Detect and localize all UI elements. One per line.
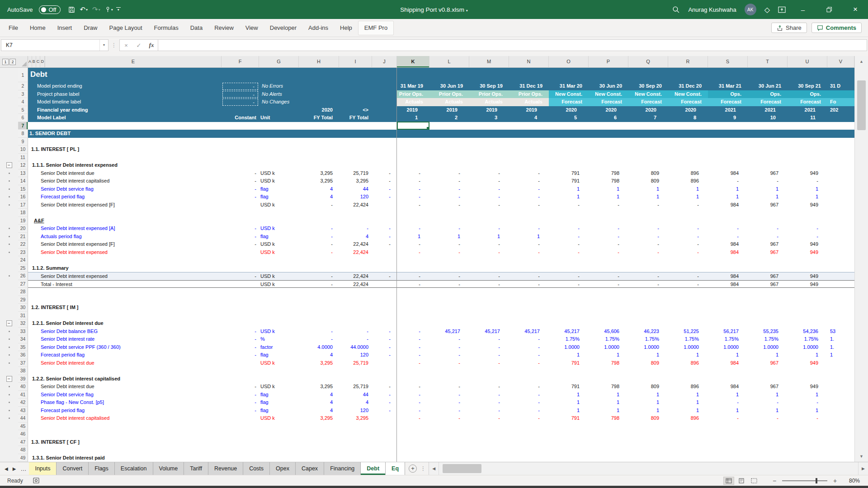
horizontal-scroll-thumb[interactable] [443,464,481,473]
period-value[interactable]: 791 [549,359,589,367]
comments-button[interactable]: Comments [811,23,862,33]
fy-total-value[interactable]: - [299,328,339,336]
period-value[interactable]: - [469,185,509,193]
period-value[interactable]: - [469,414,509,422]
period-value[interactable]: - [429,177,469,185]
period-date[interactable]: 30 Sep 21 [788,82,827,90]
period-value[interactable]: 1.0000 [668,343,708,352]
column-header-M[interactable]: M [469,56,509,68]
column-header-I[interactable]: I [339,56,372,68]
fy-total-value[interactable]: 22,424 [339,201,372,209]
fy-total-value[interactable]: 22,424 [339,272,372,280]
meta-value-input[interactable]: - [222,83,258,90]
period-value[interactable]: - [788,414,827,422]
fy-total-value[interactable]: 120 [339,193,372,201]
ribbon-tab-file[interactable]: File [3,19,24,37]
period-value[interactable]: - [429,272,469,280]
period-value[interactable]: 1 [788,193,827,201]
fy-total-value[interactable]: 25,719 [339,383,372,391]
sheet-tab-tariff[interactable]: Tariff [184,462,208,475]
period-value[interactable]: - [628,201,668,209]
ribbon-display-options-icon[interactable] [778,6,786,13]
selected-cell[interactable] [397,122,429,130]
period-timeline[interactable]: Forecast [589,98,628,106]
horizontal-scrollbar[interactable]: ◀ ▶ [429,462,868,475]
period-value[interactable]: 1.0000 [589,343,628,352]
period-value[interactable]: - [509,383,549,391]
row-number-17[interactable]: 17 [18,201,28,209]
fy-total-value[interactable]: 4 [299,391,339,399]
period-value[interactable]: - [748,225,788,233]
fy-total-value[interactable]: 3,295 [339,414,372,422]
period-value[interactable]: - [469,225,509,233]
period-value[interactable]: - [397,383,429,391]
scroll-right-button[interactable]: ▶ [858,462,868,475]
period-value[interactable]: 1 [469,233,509,241]
period-phase-cut[interactable] [827,90,854,99]
period-number[interactable]: 2 [429,114,469,122]
period-date[interactable]: 30 Sep 19 [469,82,509,90]
constant-value[interactable]: - [222,225,259,233]
row-number-6[interactable]: 6 [18,114,28,122]
row-number-47[interactable]: 47 [18,438,28,446]
period-date-cut[interactable]: 31 D [827,82,854,90]
fy-total-value[interactable]: - [299,201,339,209]
period-value[interactable]: - [469,169,509,178]
period-year[interactable]: 2020 [589,106,628,114]
sheet-tab-capex[interactable]: Capex [296,462,324,475]
period-value[interactable]: - [429,391,469,399]
column-header-R[interactable]: R [668,56,708,68]
vertical-scroll-thumb[interactable] [857,80,866,130]
spacer-value[interactable]: - [372,272,397,280]
insert-function-button[interactable]: fx [145,42,158,49]
period-value[interactable]: 1 [708,193,748,201]
period-value[interactable]: - [397,185,429,193]
spacer-value[interactable]: - [372,391,397,399]
period-phase[interactable]: New Const. [628,90,668,99]
fy-total-value[interactable]: 22,424 [339,240,372,249]
period-value[interactable]: 1 [668,351,708,359]
period-value[interactable]: - [429,335,469,343]
period-value[interactable]: 1 [628,351,668,359]
row-number-5[interactable]: 5 [18,106,28,114]
period-value[interactable]: - [748,414,788,422]
period-value[interactable]: - [589,249,628,257]
period-date[interactable]: 31 Dec 20 [668,82,708,90]
meta-value-input[interactable]: - [222,99,258,106]
sheet-tab-financing[interactable]: Financing [324,462,361,475]
fy-total-value[interactable]: - [339,335,372,343]
period-value[interactable]: - [429,359,469,367]
sheet-tab-escalation[interactable]: Escalation [115,462,153,475]
fy-total-value[interactable]: 4 [299,351,339,359]
fy-total-value[interactable]: - [299,272,339,280]
formula-bar-handle[interactable]: ⋮ [108,42,119,48]
period-value[interactable]: - [429,249,469,257]
row-number-7[interactable]: 7 [18,122,28,130]
formula-input[interactable] [158,39,867,51]
period-value[interactable]: - [549,233,589,241]
period-value[interactable]: 1 [748,185,788,193]
constant-value[interactable]: - [222,407,259,415]
more-sheets-left-button[interactable]: … [20,465,29,472]
share-button[interactable]: Share [771,23,807,33]
period-value[interactable]: - [429,240,469,249]
period-value[interactable]: - [509,169,549,178]
constant-value[interactable]: - [222,272,259,280]
close-button[interactable]: × [846,5,864,14]
next-sheet-button[interactable]: ▶ [13,466,16,471]
period-timeline[interactable]: Actuals [509,98,549,106]
period-value[interactable]: - [469,391,509,399]
period-value[interactable]: - [509,414,549,422]
period-number[interactable]: 5 [549,114,589,122]
period-value[interactable]: - [708,414,748,422]
sheet-tab-opex[interactable]: Opex [270,462,296,475]
row-number-11[interactable]: 11 [18,154,28,162]
period-value[interactable]: - [429,169,469,178]
scroll-down-button[interactable]: ▼ [855,451,868,462]
spacer-value[interactable]: - [372,335,397,343]
period-value[interactable]: 949 [788,272,827,280]
constant-value[interactable]: - [222,391,259,399]
period-year[interactable]: 2019 [429,106,469,114]
period-value[interactable]: 984 [708,169,748,178]
period-value[interactable]: 1 [549,407,589,415]
